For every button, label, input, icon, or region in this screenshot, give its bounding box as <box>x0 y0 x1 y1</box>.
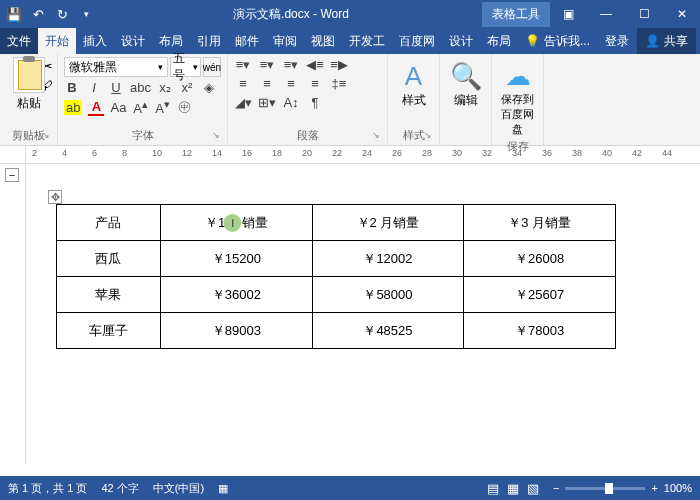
print-layout-icon[interactable]: ▦ <box>507 481 519 496</box>
macro-icon[interactable]: ▦ <box>218 482 228 495</box>
show-marks-button[interactable]: ¶ <box>306 95 324 110</box>
zoom-level[interactable]: 100% <box>664 482 692 494</box>
bullets-button[interactable]: ≡▾ <box>234 57 252 72</box>
tab-references[interactable]: 引用 <box>190 28 228 54</box>
table-header[interactable]: ￥3 月销量 <box>464 205 616 241</box>
line-spacing-button[interactable]: ‡≡ <box>330 76 348 91</box>
clear-format-icon[interactable]: ◈ <box>201 80 217 95</box>
cloud-icon[interactable]: ☁ <box>505 61 531 92</box>
superscript-button[interactable]: x² <box>179 80 195 95</box>
justify-button[interactable]: ≡ <box>306 76 324 91</box>
group-styles: A 样式 样式 ↘ <box>388 54 440 145</box>
increase-indent-button[interactable]: ≡▶ <box>330 57 348 72</box>
maximize-icon[interactable]: ☐ <box>626 0 662 28</box>
page[interactable]: ✥ 产品 I ￥1 月销量 ￥2 月销量 ￥3 月销量 西瓜￥15200￥120… <box>26 164 700 464</box>
styles-launcher-icon[interactable]: ↘ <box>424 130 436 142</box>
bulb-icon: 💡 <box>525 34 540 48</box>
paragraph-launcher-icon[interactable]: ↘ <box>372 130 384 142</box>
table-tools-label: 表格工具 <box>482 2 550 27</box>
font-size-select[interactable]: 五号▾ <box>170 57 201 77</box>
tab-insert[interactable]: 插入 <box>76 28 114 54</box>
clipboard-launcher-icon[interactable]: ↘ <box>42 130 54 142</box>
undo-icon[interactable]: ↶ <box>30 6 46 22</box>
align-left-button[interactable]: ≡ <box>234 76 252 91</box>
enclose-char-button[interactable]: ㊥ <box>176 98 192 116</box>
bold-button[interactable]: B <box>64 80 80 95</box>
page-indicator[interactable]: 第 1 页，共 1 页 <box>8 481 87 496</box>
web-layout-icon[interactable]: ▧ <box>527 481 539 496</box>
align-right-button[interactable]: ≡ <box>282 76 300 91</box>
grow-font-button[interactable]: A▴ <box>132 98 148 116</box>
ruler-horizontal[interactable]: 2468101214161820222426283032343638404244 <box>0 146 700 164</box>
qat-more-icon[interactable]: ▾ <box>78 6 94 22</box>
table-header[interactable]: I ￥1 月销量 <box>160 205 312 241</box>
styles-icon[interactable]: A <box>405 61 422 92</box>
italic-button[interactable]: I <box>86 80 102 95</box>
tab-file[interactable]: 文件 <box>0 28 38 54</box>
zoom-thumb[interactable] <box>605 483 613 494</box>
tab-home[interactable]: 开始 <box>38 28 76 54</box>
shrink-font-button[interactable]: A▾ <box>154 98 170 116</box>
zoom-slider[interactable] <box>565 487 645 490</box>
outline-toggle-icon[interactable]: – <box>5 168 19 182</box>
share-button[interactable]: 👤共享 <box>637 28 696 54</box>
word-count[interactable]: 42 个字 <box>101 481 138 496</box>
tab-table-design[interactable]: 设计 <box>442 28 480 54</box>
table-row: 西瓜￥15200￥12002￥26008 <box>57 241 616 277</box>
text-cursor-icon: I <box>224 214 242 232</box>
editing-button[interactable]: 编辑 <box>454 92 478 109</box>
zoom-out-button[interactable]: − <box>553 482 559 494</box>
tab-review[interactable]: 审阅 <box>266 28 304 54</box>
ribbon: ✂ 🖌 粘贴 剪贴板 ↘ 微软雅黑▾ 五号▾ wén B I U abc x₂ … <box>0 54 700 146</box>
tab-table-layout[interactable]: 布局 <box>480 28 518 54</box>
borders-button[interactable]: ⊞▾ <box>258 95 276 110</box>
save-icon[interactable]: 💾 <box>6 6 22 22</box>
font-launcher-icon[interactable]: ↘ <box>212 130 224 142</box>
tab-baidu[interactable]: 百度网 <box>392 28 442 54</box>
font-name-select[interactable]: 微软雅黑▾ <box>64 57 168 77</box>
styles-button[interactable]: 样式 <box>402 92 426 109</box>
tell-me[interactable]: 💡告诉我... <box>518 28 597 54</box>
underline-button[interactable]: U <box>108 80 124 95</box>
login-button[interactable]: 登录 <box>597 28 637 54</box>
highlight-button[interactable]: ab <box>64 100 82 115</box>
statusbar: 第 1 页，共 1 页 42 个字 中文(中国) ▦ ▤ ▦ ▧ − + 100… <box>0 476 700 500</box>
char-shading-button[interactable]: Aa <box>110 100 126 115</box>
font-color-button[interactable]: A <box>88 99 104 116</box>
zoom-in-button[interactable]: + <box>651 482 657 494</box>
table-header[interactable]: ￥2 月销量 <box>312 205 464 241</box>
tab-view[interactable]: 视图 <box>304 28 342 54</box>
align-center-button[interactable]: ≡ <box>258 76 276 91</box>
ribbon-tabs: 文件 开始 插入 设计 布局 引用 邮件 审阅 视图 开发工 百度网 设计 布局… <box>0 28 700 54</box>
decrease-indent-button[interactable]: ◀≡ <box>306 57 324 72</box>
quick-access-toolbar: 💾 ↶ ↻ ▾ <box>0 6 100 22</box>
language-indicator[interactable]: 中文(中国) <box>153 481 204 496</box>
shading-button[interactable]: ◢▾ <box>234 95 252 110</box>
save-cloud-button[interactable]: 保存到百度网盘 <box>498 92 537 137</box>
sales-table[interactable]: 产品 I ￥1 月销量 ￥2 月销量 ￥3 月销量 西瓜￥15200￥12002… <box>56 204 616 349</box>
sort-button[interactable]: A↕ <box>282 95 300 110</box>
ribbon-options-icon[interactable]: ▣ <box>550 0 586 28</box>
table-row: 产品 I ￥1 月销量 ￥2 月销量 ￥3 月销量 <box>57 205 616 241</box>
table-move-handle-icon[interactable]: ✥ <box>48 190 62 204</box>
phonetic-guide-icon[interactable]: wén <box>203 57 221 77</box>
close-icon[interactable]: ✕ <box>664 0 700 28</box>
window-controls: ▣ — ☐ ✕ <box>550 0 700 28</box>
table-header[interactable]: 产品 <box>57 205 161 241</box>
multilevel-button[interactable]: ≡▾ <box>282 57 300 72</box>
strikethrough-button[interactable]: abc <box>130 80 151 95</box>
tab-mailings[interactable]: 邮件 <box>228 28 266 54</box>
ruler-vertical[interactable]: – <box>0 164 26 464</box>
group-label-font: 字体 <box>64 126 221 145</box>
tab-developer[interactable]: 开发工 <box>342 28 392 54</box>
redo-icon[interactable]: ↻ <box>54 6 70 22</box>
read-mode-icon[interactable]: ▤ <box>487 481 499 496</box>
ruler-corner <box>0 146 26 163</box>
numbering-button[interactable]: ≡▾ <box>258 57 276 72</box>
find-icon[interactable]: 🔍 <box>450 61 482 92</box>
paste-button[interactable]: 粘贴 <box>6 57 51 112</box>
subscript-button[interactable]: x₂ <box>157 80 173 95</box>
zoom-control: − + 100% <box>553 482 692 494</box>
tab-design[interactable]: 设计 <box>114 28 152 54</box>
minimize-icon[interactable]: — <box>588 0 624 28</box>
